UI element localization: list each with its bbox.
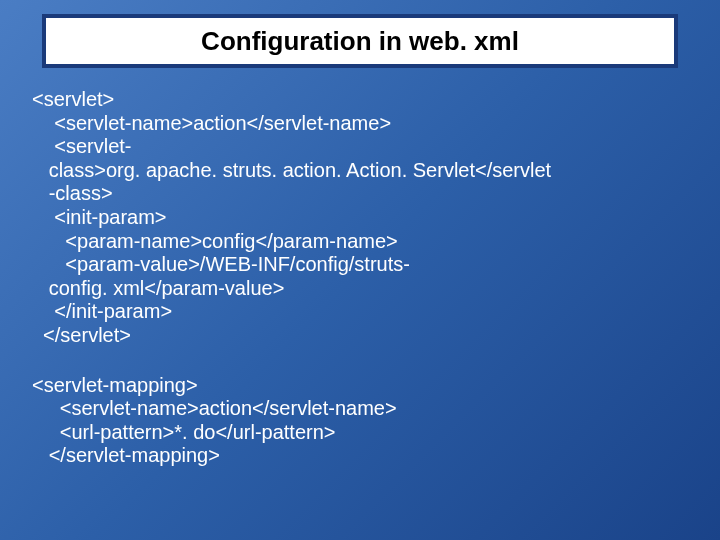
code-line: <init-param> <box>32 206 688 230</box>
code-line: <param-name>config</param-name> <box>32 230 688 254</box>
code-line: <servlet-mapping> <box>32 374 688 398</box>
code-block-1: <servlet> <servlet-name>action</servlet-… <box>32 88 688 348</box>
slide-content: <servlet> <servlet-name>action</servlet-… <box>32 88 688 468</box>
code-line: class>org. apache. struts. action. Actio… <box>32 159 688 183</box>
code-line: </servlet> <box>32 324 688 348</box>
code-line: <servlet-name>action</servlet-name> <box>32 112 688 136</box>
code-line: <servlet> <box>32 88 688 112</box>
code-block-2: <servlet-mapping> <servlet-name>action</… <box>32 374 688 468</box>
code-line: config. xml</param-value> <box>32 277 688 301</box>
code-line: <servlet-name>action</servlet-name> <box>32 397 688 421</box>
code-line: </servlet-mapping> <box>32 444 688 468</box>
code-line: <param-value>/WEB-INF/config/struts- <box>32 253 688 277</box>
slide-title: Configuration in web. xml <box>201 26 519 57</box>
code-line: -class> <box>32 182 688 206</box>
code-line: <url-pattern>*. do</url-pattern> <box>32 421 688 445</box>
title-box: Configuration in web. xml <box>42 14 678 68</box>
code-line: </init-param> <box>32 300 688 324</box>
code-line: <servlet- <box>32 135 688 159</box>
